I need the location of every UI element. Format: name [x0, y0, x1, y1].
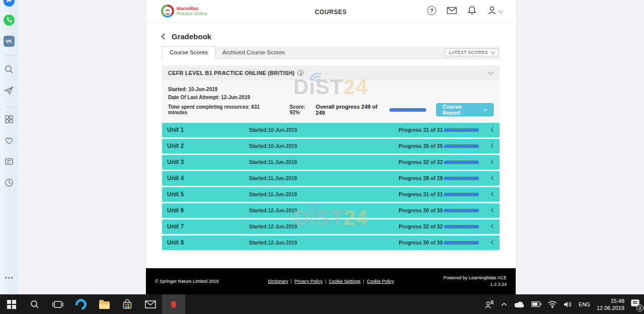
chevron-left-icon[interactable] — [491, 127, 496, 132]
user-icon — [487, 6, 497, 16]
unit-progress-bar — [444, 193, 479, 196]
latest-scores-dropdown[interactable]: LATEST SCORES — [445, 48, 499, 56]
unit-row-1[interactable]: Unit 1 Started:10-Jun-2019 Progress 31 o… — [162, 123, 500, 137]
whatsapp-icon[interactable] — [4, 15, 15, 26]
taskbar-clock[interactable]: 15:48 12.06.2019 — [597, 297, 624, 311]
footer-link-cookie-policy[interactable]: Cookie Policy — [367, 279, 394, 284]
course-started: Started: 10-Jun-2019 — [168, 87, 494, 92]
divider — [6, 107, 13, 107]
unit-row-3[interactable]: Unit 3 Started:11-Jun-2019 Progress 32 o… — [162, 155, 500, 170]
people-icon[interactable] — [485, 300, 495, 309]
unit-progress-label: Progress 28 of 28 — [398, 175, 443, 181]
separator: | — [325, 279, 326, 284]
vk-icon[interactable]: VK — [4, 36, 15, 47]
unit-progress-bar — [444, 177, 479, 180]
chevron-left-icon[interactable] — [491, 224, 496, 229]
unit-started-date: Started:11-Jun-2019 — [249, 192, 297, 197]
site-header: Macmillan Practice Online COURSES — [146, 0, 516, 23]
chevron-left-icon[interactable] — [491, 143, 496, 148]
notification-badge: 2 — [636, 304, 643, 311]
unit-started-date: Started:10-Jun-2019 — [249, 143, 297, 149]
bell-icon[interactable] — [467, 6, 477, 16]
store-icon[interactable] — [116, 294, 139, 314]
wifi-icon[interactable] — [548, 301, 557, 308]
chevron-down-icon — [484, 107, 488, 111]
action-center-icon[interactable]: 2 — [631, 299, 640, 309]
language-indicator[interactable]: ENG — [579, 301, 590, 307]
unit-progress-bar — [444, 209, 479, 212]
file-explorer-icon[interactable] — [93, 294, 116, 314]
course-time-spent: Time spent completing resources: 631 min… — [168, 104, 277, 115]
logo-text-line2: Practice Online — [177, 11, 207, 16]
onedrive-cloud-icon[interactable] — [514, 301, 525, 308]
more-dots-icon[interactable] — [5, 272, 14, 281]
opera-icon[interactable] — [162, 294, 185, 314]
taskbar-time: 15:48 — [597, 297, 624, 304]
messenger-icon[interactable] — [4, 0, 15, 7]
chevron-left-icon[interactable] — [491, 160, 496, 165]
unit-progress-label: Progress 35 of 35 — [398, 143, 443, 149]
mail-app-icon[interactable] — [139, 294, 162, 314]
back-button[interactable] — [161, 33, 168, 40]
unit-row-2[interactable]: Unit 2 Started:10-Jun-2019 Progress 35 o… — [162, 139, 500, 153]
chevron-left-icon[interactable] — [491, 192, 496, 197]
footer-link-privacy-policy[interactable]: Privacy Policy — [294, 279, 323, 284]
unit-row-7[interactable]: Unit 7 Started:12-Jun-2019 Progress 32 o… — [162, 219, 500, 234]
unit-started-date: Started:12-Jun-2019 — [249, 224, 297, 229]
search-icon[interactable] — [4, 64, 14, 76]
overall-progress-label: Overall progress 249 of 249 — [316, 104, 386, 116]
profile-menu[interactable] — [487, 6, 503, 16]
history-clock-icon[interactable] — [4, 178, 14, 190]
footer-link-dictionary[interactable]: Dictionary — [268, 279, 288, 284]
footer-link-cookie-settings[interactable]: Cookie Settings — [329, 279, 360, 284]
course-panel-header[interactable]: CEFR LEVEL B1 PRACTICE ONLINE (BRITISH) — [162, 65, 500, 81]
unit-row-5[interactable]: Unit 5 Started:11-Jun-2019 Progress 31 o… — [162, 187, 500, 202]
chevron-left-icon[interactable] — [491, 240, 496, 245]
unit-progress-label: Progress 32 of 32 — [398, 223, 443, 229]
chevron-left-icon[interactable] — [491, 176, 496, 181]
chevron-left-icon[interactable] — [491, 208, 496, 213]
course-report-button[interactable]: Course Report — [436, 103, 494, 116]
unit-progress-label: Progress 31 of 31 — [398, 191, 443, 197]
info-icon[interactable] — [297, 70, 303, 76]
edge-icon[interactable] — [69, 294, 93, 314]
unit-name: Unit 5 — [167, 191, 184, 198]
unit-row-6[interactable]: Unit 6 Started:12-Jun-2019 Progress 30 o… — [162, 203, 500, 218]
tab-archived-course-scores[interactable]: Archived Course Scores — [215, 47, 292, 58]
taskbar-date: 12.06.2019 — [597, 304, 624, 311]
macmillan-logo[interactable]: Macmillan Practice Online — [161, 5, 207, 18]
start-button[interactable] — [0, 294, 23, 314]
heart-icon[interactable] — [4, 135, 14, 147]
unit-name: Unit 3 — [167, 159, 184, 166]
send-icon[interactable] — [4, 86, 14, 98]
logo-text-line1: Macmillan — [177, 6, 207, 11]
volume-icon[interactable] — [564, 301, 572, 308]
unit-row-8[interactable]: Unit 8 Started:12-Jun-2019 Progress 30 o… — [162, 236, 500, 250]
task-view-icon[interactable] — [46, 294, 69, 314]
news-icon[interactable] — [4, 156, 14, 169]
mail-icon[interactable] — [447, 6, 457, 16]
tab-course-scores[interactable]: Course Scores — [162, 46, 215, 59]
chevron-down-icon[interactable] — [489, 70, 494, 75]
hidden-icons-chevron[interactable] — [501, 302, 507, 306]
unit-row-4[interactable]: Unit 4 Started:11-Jun-2019 Progress 28 o… — [162, 171, 500, 186]
unit-started-date: Started:11-Jun-2019 — [249, 176, 297, 181]
help-icon[interactable] — [427, 6, 437, 16]
course-details: Started: 10-Jun-2019 Date Of Last Attemp… — [162, 81, 500, 121]
separator: | — [291, 279, 292, 284]
unit-progress-label: Progress 31 of 31 — [398, 127, 443, 133]
page-title: Gradebook — [172, 32, 211, 41]
nav-courses[interactable]: COURSES — [315, 9, 347, 16]
battery-icon[interactable] — [531, 301, 541, 307]
unit-name: Unit 6 — [167, 207, 184, 214]
copyright: © Springer Nature Limited 2018 — [155, 279, 219, 284]
unit-started-date: Started:11-Jun-2019 — [249, 160, 297, 165]
apps-grid-icon[interactable] — [4, 114, 14, 126]
unit-progress-bar — [444, 128, 479, 132]
unit-progress-bar — [444, 241, 479, 245]
social-sidebar: VK — [0, 0, 18, 294]
unit-name: Unit 2 — [167, 142, 184, 149]
browser-page: Macmillan Practice Online COURSES Gradeb… — [146, 0, 516, 294]
taskbar-search-icon[interactable] — [23, 294, 46, 314]
overall-progress-bar — [389, 108, 426, 112]
